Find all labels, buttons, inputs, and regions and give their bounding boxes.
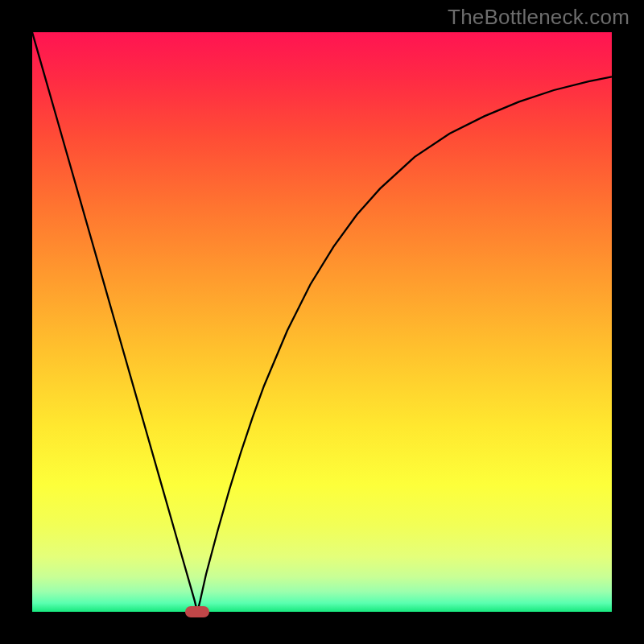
chart-container: TheBottleneck.com [0,0,644,644]
optimal-point-marker [185,606,209,617]
watermark-text: TheBottleneck.com [448,5,630,30]
svg-rect-0 [32,32,612,612]
plot-area [32,32,612,612]
background-gradient [32,32,612,612]
